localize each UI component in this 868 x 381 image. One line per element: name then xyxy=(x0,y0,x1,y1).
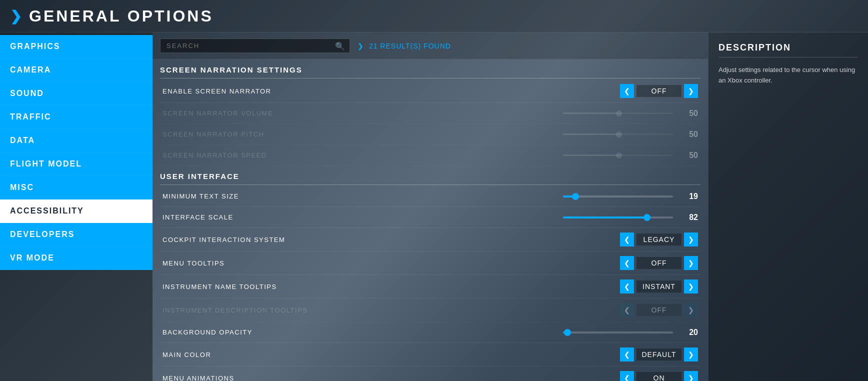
menu-animations-prev[interactable]: ❮ xyxy=(620,371,634,381)
narrator-volume-track xyxy=(563,112,673,114)
sidebar-item-flight-model[interactable]: FLIGHT MODEL xyxy=(0,152,152,176)
narrator-speed-value: 50 xyxy=(678,151,698,160)
min-text-size-value: 19 xyxy=(678,192,698,201)
sidebar-item-camera[interactable]: CAMERA xyxy=(0,58,152,82)
narrator-pitch-track xyxy=(563,134,673,135)
setting-instrument-desc-tooltips: INSTRUMENT DESCRIPTION TOOLTIPS ❮ OFF ❯ xyxy=(160,298,700,322)
menu-animations-next[interactable]: ❯ xyxy=(684,371,698,381)
narrator-speed-control: 50 xyxy=(563,151,698,160)
enable-narrator-control: ❮ OFF ❯ xyxy=(620,84,698,98)
setting-enable-narrator: ENABLE SCREEN NARRATOR ❮ OFF ❯ xyxy=(160,80,700,103)
menu-tooltips-prev[interactable]: ❮ xyxy=(620,256,634,270)
cockpit-interaction-control: ❮ LEGACY ❯ xyxy=(620,232,698,246)
header-icon: ❯ xyxy=(10,8,22,24)
sidebar-item-accessibility[interactable]: ACCESSIBILITY xyxy=(0,200,152,223)
main-color-prev[interactable]: ❮ xyxy=(620,348,634,362)
setting-main-color: MAIN COLOR ❮ DEFAULT ❯ xyxy=(160,343,700,366)
instrument-name-tooltips-prev[interactable]: ❮ xyxy=(620,280,634,294)
cockpit-interaction-prev[interactable]: ❮ xyxy=(620,232,634,246)
background-opacity-value: 20 xyxy=(678,328,698,337)
instrument-name-tooltips-value: INSTANT xyxy=(636,280,682,292)
narrator-volume-label: SCREEN NARRATOR VOLUME xyxy=(162,110,563,117)
sidebar-item-developers[interactable]: DEVELOPERS xyxy=(0,223,152,246)
interface-scale-track[interactable] xyxy=(563,216,673,218)
narrator-pitch-value: 50 xyxy=(678,130,698,139)
results-text: ❯ 21 RESULT(S) FOUND xyxy=(358,42,451,50)
search-icon: 🔍 xyxy=(335,41,345,50)
menu-tooltips-next[interactable]: ❯ xyxy=(684,256,698,270)
main-color-label: MAIN COLOR xyxy=(162,351,620,358)
instrument-desc-tooltips-value: OFF xyxy=(636,304,682,316)
instrument-name-tooltips-control: ❮ INSTANT ❯ xyxy=(620,280,698,294)
setting-narrator-pitch: SCREEN NARRATOR PITCH 50 xyxy=(160,124,700,145)
instrument-desc-tooltips-prev[interactable]: ❮ xyxy=(620,303,634,317)
min-text-size-track[interactable] xyxy=(563,196,673,198)
main-color-next[interactable]: ❯ xyxy=(684,348,698,362)
description-title: DESCRIPTION xyxy=(718,42,858,58)
menu-tooltips-control: ❮ OFF ❯ xyxy=(620,256,698,270)
menu-animations-label: MENU ANIMATIONS xyxy=(162,374,620,382)
sidebar-item-data[interactable]: DATA xyxy=(0,129,152,152)
results-arrow: ❯ xyxy=(358,42,364,50)
cockpit-interaction-next[interactable]: ❯ xyxy=(684,232,698,246)
sidebar-item-traffic[interactable]: TRAFFIC xyxy=(0,106,152,129)
settings-panel: 🔍 ❯ 21 RESULT(S) FOUND SCREEN NARRATION … xyxy=(152,32,708,381)
sidebar-item-sound[interactable]: SOUND xyxy=(0,82,152,106)
header: ❯ GENERAL OPTIONS xyxy=(0,0,868,32)
sidebar-item-misc[interactable]: MISC xyxy=(0,176,152,200)
setting-min-text-size: MINIMUM TEXT SIZE 19 xyxy=(160,186,700,207)
main-content: GRAPHICS CAMERA SOUND TRAFFIC DATA FLIGH… xyxy=(0,32,868,381)
narrator-speed-label: SCREEN NARRATOR SPEED xyxy=(162,152,563,159)
setting-background-opacity: BACKGROUND OPACITY 20 xyxy=(160,322,700,343)
enable-narrator-label: ENABLE SCREEN NARRATOR xyxy=(162,88,620,95)
enable-narrator-prev[interactable]: ❮ xyxy=(620,84,634,98)
instrument-name-tooltips-label: INSTRUMENT NAME TOOLTIPS xyxy=(162,283,620,290)
cockpit-interaction-value: LEGACY xyxy=(636,234,682,246)
instrument-desc-tooltips-next[interactable]: ❯ xyxy=(684,303,698,317)
page-title: GENERAL OPTIONS xyxy=(29,7,214,26)
interface-scale-label: INTERFACE SCALE xyxy=(162,214,563,221)
narrator-pitch-control: 50 xyxy=(563,130,698,139)
min-text-size-control: 19 xyxy=(563,192,698,201)
instrument-name-tooltips-next[interactable]: ❯ xyxy=(684,280,698,294)
settings-content: SCREEN NARRATION SETTINGS ENABLE SCREEN … xyxy=(152,60,708,381)
page-container: ❯ GENERAL OPTIONS GRAPHICS CAMERA SOUND … xyxy=(0,0,868,381)
search-input-wrapper: 🔍 xyxy=(160,38,350,53)
narrator-volume-value: 50 xyxy=(678,109,698,118)
setting-narrator-speed: SCREEN NARRATOR SPEED 50 xyxy=(160,145,700,166)
setting-cockpit-interaction: COCKPIT INTERACTION SYSTEM ❮ LEGACY ❯ xyxy=(160,228,700,252)
setting-menu-animations: MENU ANIMATIONS ❮ ON ❯ xyxy=(160,366,700,381)
narrator-speed-track xyxy=(563,154,673,156)
background-opacity-track[interactable] xyxy=(563,332,673,334)
menu-tooltips-value: OFF xyxy=(636,257,682,269)
search-input[interactable] xyxy=(160,38,350,53)
results-count: 21 RESULT(S) FOUND xyxy=(369,42,451,50)
setting-instrument-name-tooltips: INSTRUMENT NAME TOOLTIPS ❮ INSTANT ❯ xyxy=(160,275,700,298)
setting-interface-scale: INTERFACE SCALE 82 xyxy=(160,207,700,228)
setting-menu-tooltips: MENU TOOLTIPS ❮ OFF ❯ xyxy=(160,252,700,275)
interface-scale-control: 82 xyxy=(563,213,698,222)
menu-tooltips-label: MENU TOOLTIPS xyxy=(162,260,620,267)
menu-animations-control: ❮ ON ❯ xyxy=(620,371,698,381)
description-panel: DESCRIPTION Adjust settings related to t… xyxy=(708,32,868,381)
section-user-interface: USER INTERFACE xyxy=(160,166,700,185)
enable-narrator-value: OFF xyxy=(636,85,682,97)
sidebar: GRAPHICS CAMERA SOUND TRAFFIC DATA FLIGH… xyxy=(0,32,152,381)
cockpit-interaction-label: COCKPIT INTERACTION SYSTEM xyxy=(162,236,620,244)
setting-narrator-volume: SCREEN NARRATOR VOLUME 50 xyxy=(160,103,700,124)
main-color-control: ❮ DEFAULT ❯ xyxy=(620,348,698,362)
background-opacity-control: 20 xyxy=(563,328,698,337)
sidebar-item-graphics[interactable]: GRAPHICS xyxy=(0,35,152,58)
interface-scale-value: 82 xyxy=(678,213,698,222)
narrator-pitch-label: SCREEN NARRATOR PITCH xyxy=(162,130,563,138)
sidebar-item-vr-mode[interactable]: VR MODE xyxy=(0,246,152,270)
description-text: Adjust settings related to the cursor wh… xyxy=(718,65,858,86)
search-bar: 🔍 ❯ 21 RESULT(S) FOUND xyxy=(152,32,708,60)
section-screen-narration: SCREEN NARRATION SETTINGS xyxy=(160,60,700,78)
narrator-volume-control: 50 xyxy=(563,109,698,118)
main-color-value: DEFAULT xyxy=(636,348,682,360)
min-text-size-label: MINIMUM TEXT SIZE xyxy=(162,192,563,200)
instrument-desc-tooltips-label: INSTRUMENT DESCRIPTION TOOLTIPS xyxy=(162,306,620,314)
enable-narrator-next[interactable]: ❯ xyxy=(684,84,698,98)
instrument-desc-tooltips-control: ❮ OFF ❯ xyxy=(620,303,698,317)
